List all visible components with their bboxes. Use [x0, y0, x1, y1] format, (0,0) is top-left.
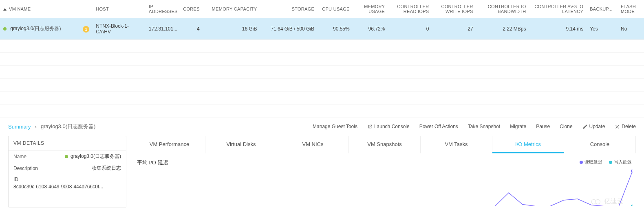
migrate-button[interactable]: Migrate	[510, 124, 526, 129]
col-read-iops[interactable]: CONTROLLER READ IOPS	[388, 0, 432, 18]
update-button[interactable]: Update	[582, 124, 605, 129]
col-write-iops[interactable]: CONTROLLER WRITE IOPS	[432, 0, 476, 18]
tab-io-metrics[interactable]: I/O Metrics	[492, 136, 564, 153]
legend-dot-icon	[580, 161, 583, 164]
cell-io-bw: 2.22 MBps	[476, 18, 529, 40]
delete-label: Delete	[622, 124, 636, 129]
actions-bar: Manage Guest Tools Launch Console Power …	[313, 124, 636, 129]
detail-name-value: graylog3.0(日志服务器)	[65, 153, 121, 160]
tab-vm-nics[interactable]: VM NICs	[277, 136, 349, 153]
vm-details-panel: VM DETAILS Name graylog3.0(日志服务器) Descri…	[8, 136, 126, 207]
col-memory[interactable]: MEMORY CAPACITY	[203, 0, 260, 18]
watermark: 亿速云	[590, 197, 624, 206]
cell-ip: 172.31.101...	[146, 18, 179, 40]
tab-console[interactable]: Console	[564, 136, 636, 153]
col-label: VM NAME	[9, 7, 31, 11]
table-row-empty	[0, 79, 644, 92]
table-row[interactable]: graylog3.0(日志服务器) 1 NTNX-Block-1-C/AHV 1…	[0, 18, 644, 40]
chevron-right-icon: ›	[35, 124, 37, 130]
manage-guest-tools-button[interactable]: Manage Guest Tools	[313, 124, 357, 129]
legend-read: 读取延迟	[580, 159, 602, 165]
cell-cpu-usage: 90.55%	[318, 18, 353, 40]
detail-id-label: ID	[13, 177, 18, 182]
col-ip[interactable]: IP ADDRESSES	[146, 0, 179, 18]
sort-asc-icon	[3, 8, 7, 11]
col-cores[interactable]: CORES	[179, 0, 203, 18]
vm-details-title: VM DETAILS	[9, 136, 126, 151]
tabs: VM Performance Virtual Disks VM NICs VM …	[134, 136, 636, 153]
table-row-empty	[0, 66, 644, 79]
cell-cores: 4	[179, 18, 203, 40]
alert-badge[interactable]: 1	[83, 26, 89, 33]
svg-point-1	[631, 205, 633, 206]
breadcrumb-root[interactable]: Summary	[8, 124, 31, 130]
detail-desc-label: Description	[13, 166, 38, 171]
detail-id-value: 8cd0c39c-6108-4649-9008-444d766c0f...	[13, 184, 121, 190]
chart-title: 平均 I/O 延迟	[137, 159, 633, 166]
table-row-empty	[0, 105, 644, 118]
col-flash-mode[interactable]: FLASH MODE	[618, 0, 644, 18]
col-backup[interactable]: BACKUP...	[587, 0, 618, 18]
watermark-text: 亿速云	[604, 197, 624, 206]
detail-name-text: graylog3.0(日志服务器)	[71, 153, 121, 159]
chart-area: 平均 I/O 延迟 读取延迟 写入延迟 亿速云	[134, 153, 636, 207]
col-io-latency[interactable]: CONTROLLER AVG IO LATENCY	[529, 0, 587, 18]
clone-button[interactable]: Clone	[560, 124, 572, 129]
launch-icon	[367, 124, 373, 129]
cell-backup: Yes	[587, 18, 618, 40]
tab-vm-performance[interactable]: VM Performance	[134, 136, 205, 153]
legend-write: 写入延迟	[609, 159, 632, 165]
breadcrumb-current: graylog3.0(日志服务器)	[41, 123, 95, 130]
table-row-empty	[0, 53, 644, 66]
detail-name-label: Name	[13, 154, 26, 159]
tab-vm-tasks[interactable]: VM Tasks	[421, 136, 492, 153]
cell-read-iops: 0	[388, 18, 432, 40]
detail-desc-value: 收集系统日志	[92, 165, 121, 172]
cell-memory-usage: 96.72%	[353, 18, 388, 40]
lower-area: VM DETAILS Name graylog3.0(日志服务器) Descri…	[0, 133, 644, 207]
vm-name-text: graylog3.0(日志服务器)	[10, 26, 61, 31]
cell-flash: No	[618, 18, 644, 40]
chart-legend: 读取延迟 写入延迟	[580, 159, 632, 165]
table-row-empty	[0, 40, 644, 53]
cell-memory: 16 GiB	[203, 18, 260, 40]
detail-description: Description 收集系统日志	[9, 162, 126, 174]
legend-read-label: 读取延迟	[584, 159, 602, 165]
legend-dot-icon	[609, 161, 612, 164]
delete-button[interactable]: Delete	[615, 124, 636, 129]
x-icon	[615, 124, 620, 129]
col-memory-usage[interactable]: MEMORY USAGE	[353, 0, 388, 18]
detail-name: Name graylog3.0(日志服务器)	[9, 151, 126, 162]
detail-header: Summary › graylog3.0(日志服务器) Manage Guest…	[0, 118, 644, 133]
legend-write-label: 写入延迟	[614, 159, 632, 165]
cell-vm-name: graylog3.0(日志服务器) 1	[0, 18, 93, 40]
tab-vm-snapshots[interactable]: VM Snapshots	[349, 136, 421, 153]
cell-host: NTNX-Block-1-C/AHV	[93, 18, 146, 40]
pencil-icon	[582, 124, 588, 129]
col-vm-name[interactable]: VM NAME	[0, 0, 93, 18]
svg-point-0	[631, 170, 633, 172]
vm-table: VM NAME HOST IP ADDRESSES CORES MEMORY C…	[0, 0, 644, 118]
col-cpu-usage[interactable]: CPU USAGE	[318, 0, 353, 18]
status-dot-icon	[65, 155, 68, 158]
detail-id: ID 8cd0c39c-6108-4649-9008-444d766c0f...	[9, 174, 126, 192]
status-dot-icon	[3, 27, 7, 31]
power-off-button[interactable]: Power Off Actions	[419, 124, 458, 129]
launch-console-button[interactable]: Launch Console	[367, 124, 410, 129]
cell-write-iops: 27	[432, 18, 476, 40]
col-io-bandwidth[interactable]: CONTROLLER IO BANDWIDTH	[476, 0, 529, 18]
breadcrumb: Summary › graylog3.0(日志服务器)	[8, 123, 95, 130]
pause-button[interactable]: Pause	[536, 124, 550, 129]
launch-console-label: Launch Console	[374, 124, 410, 129]
tab-virtual-disks[interactable]: Virtual Disks	[205, 136, 277, 153]
latency-chart[interactable]	[137, 170, 633, 206]
main-panel: VM Performance Virtual Disks VM NICs VM …	[134, 136, 636, 207]
cell-io-lat: 9.14 ms	[529, 18, 587, 40]
table-row-empty	[0, 92, 644, 105]
cell-storage: 71.64 GiB / 500 GiB	[260, 18, 318, 40]
take-snapshot-button[interactable]: Take Snapshot	[468, 124, 500, 129]
update-label: Update	[589, 124, 605, 129]
col-storage[interactable]: STORAGE	[260, 0, 318, 18]
table-header-row: VM NAME HOST IP ADDRESSES CORES MEMORY C…	[0, 0, 644, 18]
col-host[interactable]: HOST	[93, 0, 146, 18]
